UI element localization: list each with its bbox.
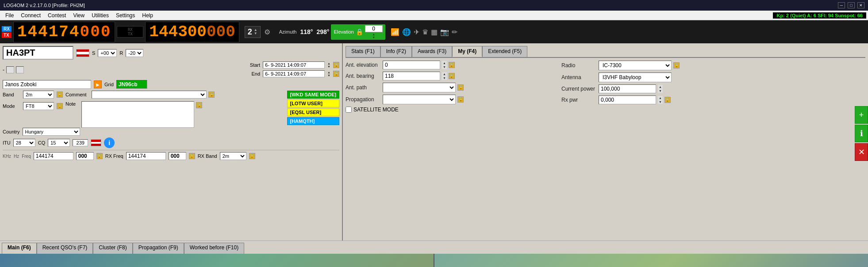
ant-bearing-lock[interactable]: 🔒 — [449, 73, 455, 79]
rxband-select[interactable]: 2m — [220, 152, 246, 160]
vfo-arrows[interactable]: ▲ ▼ — [254, 28, 257, 35]
add-button[interactable]: + — [855, 106, 868, 124]
rxpwr-up[interactable]: ▲ — [658, 96, 663, 100]
info-button[interactable]: i — [104, 137, 115, 148]
search-callsign-icon[interactable]: ▶ — [94, 80, 102, 88]
country-select[interactable]: Hungary — [23, 128, 80, 136]
note-input[interactable] — [81, 101, 194, 128]
r-select[interactable]: -20 — [126, 49, 143, 57]
bottom-tab-propagation[interactable]: Propagation (F9) — [133, 243, 184, 254]
rxpwr-spinners[interactable]: ▲ ▼ — [658, 96, 663, 104]
bottom-tab-recent[interactable]: Recent QSO's (F7) — [37, 243, 93, 254]
ant-bearing-spinners[interactable]: ▲ ▼ — [442, 72, 447, 80]
ant-path-lock[interactable]: 🔒 — [457, 84, 464, 91]
wifi-icon[interactable]: 📶 — [391, 28, 399, 36]
ant-path-select[interactable] — [383, 83, 456, 92]
camera-icon[interactable]: 📷 — [440, 28, 449, 36]
freq-khz-input[interactable] — [34, 152, 73, 160]
s-select[interactable]: +00 — [98, 49, 117, 57]
ant-elev-spinners[interactable]: ▲ ▼ — [442, 61, 447, 69]
callsign-input[interactable] — [3, 46, 73, 60]
ant-elev-down[interactable]: ▼ — [442, 65, 447, 69]
start-spinners[interactable]: ▲ ▼ — [327, 62, 330, 68]
tab-extended[interactable]: Extended (F5) — [482, 46, 527, 57]
menu-help[interactable]: Help — [138, 11, 157, 19]
tab-stats[interactable]: Stats (F1) — [346, 46, 380, 57]
grid-icon[interactable]: ▦ — [431, 28, 438, 36]
rx-frequency-display[interactable]: 144300000 — [145, 22, 239, 42]
note-lock[interactable]: 🔒 — [196, 102, 202, 108]
crown-icon[interactable]: ♛ — [422, 28, 428, 36]
end-lock[interactable]: 🔒 — [333, 71, 339, 77]
freq-hz-input[interactable] — [76, 152, 94, 160]
elev-down[interactable]: ▼ — [372, 36, 375, 39]
checkbox-1[interactable] — [6, 66, 14, 73]
minimize-button[interactable]: ─ — [838, 2, 845, 8]
comment-lock[interactable]: 🔒 — [208, 92, 215, 98]
gear-icon[interactable]: ⚙ — [264, 28, 270, 36]
rx-pwr-lock[interactable]: 🔒 — [664, 97, 671, 103]
cq-select[interactable]: 15 — [48, 139, 70, 147]
ant-elev-up[interactable]: ▲ — [442, 61, 447, 65]
propagation-select[interactable] — [383, 95, 456, 104]
main-frequency-display[interactable]: 144174000 — [13, 22, 115, 42]
ant-elev-input[interactable] — [383, 61, 440, 69]
start-up[interactable]: ▲ — [327, 62, 330, 65]
antenna-select[interactable]: I3VHF Babyloop — [599, 72, 672, 82]
rxband-lock[interactable]: 🔒 — [249, 153, 255, 159]
tab-awards[interactable]: Awards (F3) — [412, 46, 452, 57]
satellite-checkbox[interactable] — [346, 107, 352, 113]
elevation-input[interactable] — [365, 25, 383, 32]
elevation-input-group[interactable]: ▲ ▼ — [365, 25, 383, 39]
comment-select[interactable] — [92, 91, 207, 99]
menu-view[interactable]: View — [69, 11, 88, 19]
elev-spinners[interactable]: ▲ ▼ — [372, 33, 375, 39]
power-up[interactable]: ▲ — [658, 85, 663, 89]
radio-lock[interactable]: 🔒 — [673, 62, 680, 69]
menu-contest[interactable]: Contest — [44, 11, 69, 19]
globe-icon[interactable]: 🌐 — [402, 28, 411, 36]
plane-icon[interactable]: ✈ — [414, 28, 419, 36]
close-button[interactable]: ✕ — [857, 2, 864, 8]
maximize-button[interactable]: □ — [848, 2, 855, 8]
menu-utilities[interactable]: Utilities — [88, 11, 112, 19]
itu-select[interactable]: 28 — [13, 139, 35, 147]
rx-pwr-input[interactable] — [599, 95, 656, 104]
propagation-lock[interactable]: 🔒 — [457, 96, 464, 103]
band-select[interactable]: 2m — [23, 91, 54, 99]
ant-bearing-down[interactable]: ▼ — [442, 76, 447, 80]
elev-up[interactable]: ▲ — [372, 33, 375, 36]
bottom-tab-cluster[interactable]: Cluster (F8) — [93, 243, 132, 254]
name-input[interactable] — [3, 80, 91, 89]
close-side-button[interactable]: ✕ — [855, 143, 868, 161]
end-up[interactable]: ▲ — [327, 71, 330, 74]
freq-lock[interactable]: 🔒 — [96, 153, 103, 159]
ant-bearing-input[interactable] — [383, 72, 440, 80]
start-down[interactable]: ▼ — [327, 65, 330, 68]
checkbox-2[interactable] — [16, 66, 24, 73]
mode-select[interactable]: FT8 — [23, 102, 54, 110]
end-spinners[interactable]: ▲ ▼ — [327, 71, 330, 77]
band-lock[interactable]: 🔒 — [57, 92, 63, 98]
menu-settings[interactable]: Settings — [112, 11, 138, 19]
ant-elev-lock[interactable]: 🔒 — [449, 62, 455, 68]
rxfreq-lock[interactable]: 🔒 — [189, 153, 195, 159]
rxpwr-down[interactable]: ▼ — [658, 100, 663, 104]
power-spinners[interactable]: ▲ ▼ — [658, 85, 663, 93]
start-lock[interactable]: 🔒 — [333, 62, 339, 68]
end-input[interactable] — [263, 70, 325, 77]
pencil-icon[interactable]: ✏ — [452, 28, 457, 36]
vfo-selector[interactable]: 2 ▲ ▼ — [245, 26, 261, 38]
start-input[interactable] — [263, 61, 325, 69]
power-down[interactable]: ▼ — [658, 89, 663, 93]
tab-info[interactable]: Info (F2) — [380, 46, 412, 57]
current-power-input[interactable] — [599, 84, 656, 93]
lock-icon-elev[interactable]: 🔒 — [356, 28, 363, 35]
vfo-down-arrow[interactable]: ▼ — [254, 32, 257, 35]
mode-lock[interactable]: 🔒 — [57, 103, 63, 109]
tab-my[interactable]: My (F4) — [452, 46, 482, 57]
bottom-tab-main[interactable]: Main (F6) — [2, 243, 37, 254]
menu-connect[interactable]: Connect — [17, 11, 44, 19]
bottom-tab-worked[interactable]: Worked before (F10) — [184, 243, 245, 254]
menu-file[interactable]: File — [2, 11, 17, 19]
